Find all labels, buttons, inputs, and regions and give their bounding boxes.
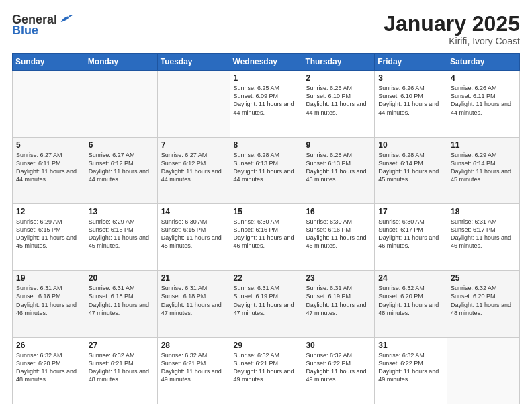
day-info: Sunrise: 6:31 AM Sunset: 6:17 PM Dayligh… [451, 218, 516, 250]
day-info: Sunrise: 6:32 AM Sunset: 6:20 PM Dayligh… [16, 351, 81, 384]
day-number: 23 [306, 273, 371, 283]
calendar-cell: 24Sunrise: 6:32 AM Sunset: 6:20 PM Dayli… [375, 271, 447, 337]
day-number: 16 [306, 207, 371, 216]
day-info: Sunrise: 6:26 AM Sunset: 6:11 PM Dayligh… [451, 84, 516, 117]
calendar: SundayMondayTuesdayWednesdayThursdayFrid… [12, 53, 520, 404]
day-number: 17 [378, 207, 443, 216]
calendar-header-row: SundayMondayTuesdayWednesdayThursdayFrid… [13, 54, 520, 71]
day-info: Sunrise: 6:25 AM Sunset: 6:10 PM Dayligh… [306, 84, 371, 117]
day-number: 7 [161, 140, 226, 150]
day-info: Sunrise: 6:26 AM Sunset: 6:10 PM Dayligh… [378, 84, 443, 117]
day-info: Sunrise: 6:32 AM Sunset: 6:21 PM Dayligh… [89, 351, 154, 384]
calendar-cell: 11Sunrise: 6:29 AM Sunset: 6:14 PM Dayli… [447, 137, 520, 203]
day-info: Sunrise: 6:27 AM Sunset: 6:12 PM Dayligh… [89, 151, 154, 184]
calendar-cell: 3Sunrise: 6:26 AM Sunset: 6:10 PM Daylig… [375, 71, 447, 137]
day-number: 27 [89, 340, 154, 350]
calendar-cell: 31Sunrise: 6:32 AM Sunset: 6:22 PM Dayli… [375, 337, 447, 404]
calendar-week-row: 19Sunrise: 6:31 AM Sunset: 6:18 PM Dayli… [13, 271, 520, 337]
day-info: Sunrise: 6:32 AM Sunset: 6:22 PM Dayligh… [378, 351, 443, 384]
calendar-cell: 13Sunrise: 6:29 AM Sunset: 6:15 PM Dayli… [85, 203, 157, 270]
calendar-cell [447, 337, 520, 404]
calendar-header-friday: Friday [375, 54, 447, 71]
calendar-cell: 23Sunrise: 6:31 AM Sunset: 6:19 PM Dayli… [302, 271, 375, 337]
calendar-cell: 2Sunrise: 6:25 AM Sunset: 6:10 PM Daylig… [302, 71, 375, 137]
day-info: Sunrise: 6:32 AM Sunset: 6:20 PM Dayligh… [451, 284, 516, 317]
logo: General Blue [12, 12, 73, 36]
day-info: Sunrise: 6:30 AM Sunset: 6:15 PM Dayligh… [161, 218, 226, 250]
calendar-cell [157, 71, 230, 137]
day-number: 2 [306, 73, 371, 83]
day-info: Sunrise: 6:32 AM Sunset: 6:21 PM Dayligh… [161, 351, 226, 384]
day-number: 25 [451, 273, 516, 283]
calendar-cell: 27Sunrise: 6:32 AM Sunset: 6:21 PM Dayli… [85, 337, 157, 404]
day-number: 21 [161, 273, 226, 283]
calendar-header-monday: Monday [85, 54, 157, 71]
day-number: 10 [378, 140, 443, 150]
calendar-week-row: 1Sunrise: 6:25 AM Sunset: 6:09 PM Daylig… [13, 71, 520, 137]
calendar-cell [85, 71, 157, 137]
logo-bird-icon [58, 12, 73, 27]
calendar-cell: 20Sunrise: 6:31 AM Sunset: 6:18 PM Dayli… [85, 271, 157, 337]
day-info: Sunrise: 6:31 AM Sunset: 6:18 PM Dayligh… [89, 284, 154, 317]
day-info: Sunrise: 6:28 AM Sunset: 6:13 PM Dayligh… [306, 151, 371, 184]
day-number: 11 [451, 140, 516, 150]
day-number: 5 [16, 140, 81, 150]
day-number: 15 [234, 207, 299, 216]
day-number: 12 [16, 207, 81, 216]
day-number: 28 [161, 340, 226, 350]
day-info: Sunrise: 6:30 AM Sunset: 6:17 PM Dayligh… [378, 218, 443, 250]
calendar-cell: 22Sunrise: 6:31 AM Sunset: 6:19 PM Dayli… [230, 271, 302, 337]
day-info: Sunrise: 6:25 AM Sunset: 6:09 PM Dayligh… [234, 84, 299, 117]
calendar-cell: 25Sunrise: 6:32 AM Sunset: 6:20 PM Dayli… [447, 271, 520, 337]
day-number: 1 [234, 73, 299, 83]
calendar-cell: 7Sunrise: 6:27 AM Sunset: 6:12 PM Daylig… [157, 137, 230, 203]
day-number: 30 [306, 340, 371, 350]
day-info: Sunrise: 6:27 AM Sunset: 6:11 PM Dayligh… [16, 151, 81, 184]
calendar-header-saturday: Saturday [447, 54, 520, 71]
calendar-cell: 12Sunrise: 6:29 AM Sunset: 6:15 PM Dayli… [13, 203, 85, 270]
month-title: January 2025 [384, 12, 520, 36]
day-number: 26 [16, 340, 81, 350]
day-number: 19 [16, 273, 81, 283]
day-number: 4 [451, 73, 516, 83]
page: General Blue January 2025 Kirifi, Ivory … [0, 0, 532, 411]
calendar-cell: 29Sunrise: 6:32 AM Sunset: 6:21 PM Dayli… [230, 337, 302, 404]
day-info: Sunrise: 6:32 AM Sunset: 6:22 PM Dayligh… [306, 351, 371, 384]
day-number: 20 [89, 273, 154, 283]
day-number: 8 [234, 140, 299, 150]
logo-blue-text: Blue [12, 24, 38, 36]
day-number: 6 [89, 140, 154, 150]
calendar-cell: 9Sunrise: 6:28 AM Sunset: 6:13 PM Daylig… [302, 137, 375, 203]
day-number: 29 [234, 340, 299, 350]
day-number: 13 [89, 207, 154, 216]
calendar-cell: 15Sunrise: 6:30 AM Sunset: 6:16 PM Dayli… [230, 203, 302, 270]
calendar-cell: 14Sunrise: 6:30 AM Sunset: 6:15 PM Dayli… [157, 203, 230, 270]
day-info: Sunrise: 6:30 AM Sunset: 6:16 PM Dayligh… [234, 218, 299, 250]
calendar-cell [13, 71, 85, 137]
calendar-cell: 16Sunrise: 6:30 AM Sunset: 6:16 PM Dayli… [302, 203, 375, 270]
calendar-cell: 10Sunrise: 6:28 AM Sunset: 6:14 PM Dayli… [375, 137, 447, 203]
calendar-cell: 21Sunrise: 6:31 AM Sunset: 6:18 PM Dayli… [157, 271, 230, 337]
day-number: 3 [378, 73, 443, 83]
day-number: 24 [378, 273, 443, 283]
calendar-cell: 18Sunrise: 6:31 AM Sunset: 6:17 PM Dayli… [447, 203, 520, 270]
day-info: Sunrise: 6:28 AM Sunset: 6:13 PM Dayligh… [234, 151, 299, 184]
calendar-cell: 8Sunrise: 6:28 AM Sunset: 6:13 PM Daylig… [230, 137, 302, 203]
day-info: Sunrise: 6:31 AM Sunset: 6:18 PM Dayligh… [16, 284, 81, 317]
calendar-cell: 30Sunrise: 6:32 AM Sunset: 6:22 PM Dayli… [302, 337, 375, 404]
day-info: Sunrise: 6:31 AM Sunset: 6:18 PM Dayligh… [161, 284, 226, 317]
day-info: Sunrise: 6:30 AM Sunset: 6:16 PM Dayligh… [306, 218, 371, 250]
day-number: 9 [306, 140, 371, 150]
day-info: Sunrise: 6:28 AM Sunset: 6:14 PM Dayligh… [378, 151, 443, 184]
calendar-cell: 28Sunrise: 6:32 AM Sunset: 6:21 PM Dayli… [157, 337, 230, 404]
calendar-cell: 19Sunrise: 6:31 AM Sunset: 6:18 PM Dayli… [13, 271, 85, 337]
calendar-cell: 26Sunrise: 6:32 AM Sunset: 6:20 PM Dayli… [13, 337, 85, 404]
calendar-cell: 6Sunrise: 6:27 AM Sunset: 6:12 PM Daylig… [85, 137, 157, 203]
day-info: Sunrise: 6:29 AM Sunset: 6:15 PM Dayligh… [16, 218, 81, 250]
calendar-cell: 1Sunrise: 6:25 AM Sunset: 6:09 PM Daylig… [230, 71, 302, 137]
day-number: 22 [234, 273, 299, 283]
day-number: 14 [161, 207, 226, 216]
calendar-cell: 5Sunrise: 6:27 AM Sunset: 6:11 PM Daylig… [13, 137, 85, 203]
location: Kirifi, Ivory Coast [384, 36, 520, 46]
calendar-cell: 17Sunrise: 6:30 AM Sunset: 6:17 PM Dayli… [375, 203, 447, 270]
